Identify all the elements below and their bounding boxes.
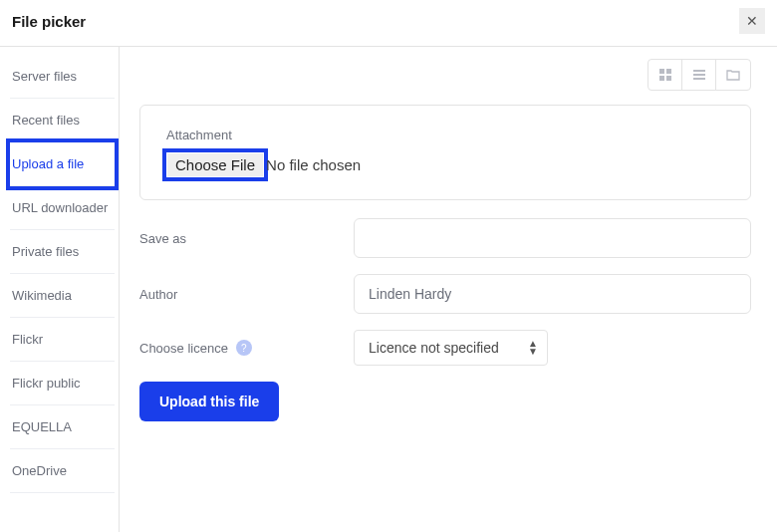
saveas-input[interactable] bbox=[354, 218, 751, 258]
view-icons-button[interactable] bbox=[648, 60, 682, 90]
view-toolbar bbox=[139, 59, 751, 91]
saveas-label: Save as bbox=[139, 231, 354, 246]
licence-select[interactable]: Licence not specified bbox=[354, 330, 548, 366]
view-list-button[interactable] bbox=[682, 60, 716, 90]
close-icon: ✕ bbox=[746, 13, 758, 29]
attachment-label: Attachment bbox=[166, 128, 724, 142]
help-icon[interactable]: ? bbox=[236, 340, 252, 356]
sidebar-item-upload-a-file[interactable]: Upload a file bbox=[10, 142, 115, 186]
upload-this-file-button[interactable]: Upload this file bbox=[139, 382, 279, 421]
sidebar-item-equella[interactable]: EQUELLA bbox=[10, 405, 115, 449]
attachment-panel: Attachment Choose File No file chosen bbox=[139, 105, 751, 200]
sidebar-item-label: Wikimedia bbox=[12, 288, 72, 303]
svg-rect-4 bbox=[693, 70, 705, 72]
sidebar-item-label: Recent files bbox=[12, 113, 80, 128]
dialog-title: File picker bbox=[12, 13, 86, 30]
list-icon bbox=[692, 68, 706, 82]
saveas-row: Save as bbox=[139, 218, 751, 258]
licence-select-wrap: Licence not specified ▲▼ bbox=[354, 330, 548, 366]
author-label: Author bbox=[139, 287, 354, 302]
dialog-header: File picker ✕ bbox=[0, 0, 777, 47]
sidebar-item-onedrive[interactable]: OneDrive bbox=[10, 449, 115, 493]
svg-rect-3 bbox=[666, 76, 671, 81]
sidebar-item-label: Server files bbox=[12, 69, 77, 84]
sidebar-item-label: URL downloader bbox=[12, 200, 108, 215]
view-tree-button[interactable] bbox=[716, 60, 750, 90]
repository-sidebar: Server files Recent files Upload a file … bbox=[0, 47, 120, 532]
sidebar-item-url-downloader[interactable]: URL downloader bbox=[10, 186, 115, 230]
svg-rect-1 bbox=[666, 69, 671, 74]
author-input[interactable] bbox=[354, 274, 751, 314]
submit-row: Upload this file bbox=[139, 382, 751, 421]
sidebar-item-label: Private files bbox=[12, 244, 79, 259]
svg-rect-5 bbox=[693, 74, 705, 76]
file-input-row: Choose File No file chosen bbox=[166, 152, 724, 177]
choose-file-button[interactable]: Choose File bbox=[167, 153, 263, 176]
sidebar-item-label: OneDrive bbox=[12, 463, 67, 478]
dialog-body: Server files Recent files Upload a file … bbox=[0, 47, 777, 532]
main-panel: Attachment Choose File No file chosen Sa… bbox=[120, 47, 777, 532]
svg-rect-6 bbox=[693, 78, 705, 80]
licence-label-text: Choose licence bbox=[139, 341, 228, 356]
svg-rect-0 bbox=[659, 69, 664, 74]
sidebar-item-label: Upload a file bbox=[12, 156, 84, 171]
sidebar-item-label: Flickr bbox=[12, 332, 43, 347]
sidebar-item-flickr-public[interactable]: Flickr public bbox=[10, 362, 115, 405]
sidebar-item-wikimedia[interactable]: Wikimedia bbox=[10, 274, 115, 318]
licence-label: Choose licence ? bbox=[139, 340, 354, 356]
sidebar-item-private-files[interactable]: Private files bbox=[10, 230, 115, 274]
sidebar-item-recent-files[interactable]: Recent files bbox=[10, 99, 115, 142]
grid-icon bbox=[658, 68, 672, 82]
file-status-text: No file chosen bbox=[266, 156, 361, 173]
choose-file-highlight: Choose File bbox=[166, 152, 264, 177]
svg-rect-2 bbox=[659, 76, 664, 81]
sidebar-item-label: Flickr public bbox=[12, 376, 81, 391]
sidebar-item-flickr[interactable]: Flickr bbox=[10, 318, 115, 362]
sidebar-item-server-files[interactable]: Server files bbox=[10, 55, 115, 99]
sidebar-item-label: EQUELLA bbox=[12, 419, 72, 434]
close-button[interactable]: ✕ bbox=[739, 8, 765, 34]
view-mode-group bbox=[648, 59, 751, 91]
licence-row: Choose licence ? Licence not specified ▲… bbox=[139, 330, 751, 366]
author-row: Author bbox=[139, 274, 751, 314]
folder-icon bbox=[726, 68, 740, 82]
